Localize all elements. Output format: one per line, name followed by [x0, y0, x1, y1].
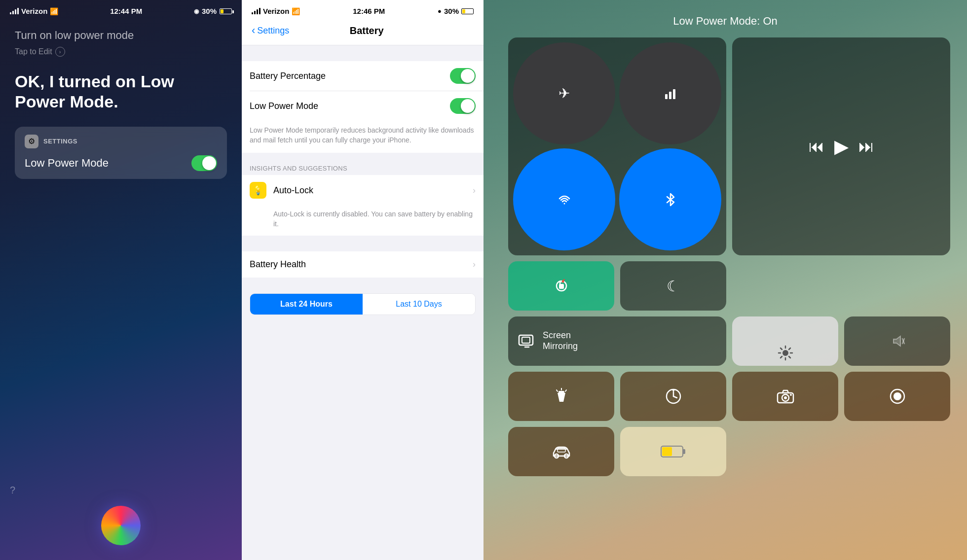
- control-center-panel: Low Power Mode: On ✈: [484, 0, 967, 560]
- svg-rect-0: [665, 94, 668, 99]
- moon-icon: ☾: [667, 278, 680, 295]
- siri-low-power-toggle[interactable]: [191, 155, 217, 171]
- camera-button[interactable]: [732, 372, 838, 421]
- battery-percentage-knob: [461, 69, 475, 83]
- siri-battery-percent: 30%: [202, 7, 217, 15]
- mute-button[interactable]: [844, 316, 950, 366]
- siri-panel: Verizon 📶 12:44 PM ◉ 30% Turn on low pow…: [0, 0, 242, 560]
- car-icon: [552, 444, 571, 459]
- fast-forward-button[interactable]: ⏭: [858, 138, 874, 156]
- connectivity-block: ✈: [508, 37, 726, 255]
- rotation-lock-icon: [554, 278, 569, 294]
- autolock-section: 💡 Auto-Lock › Auto-Lock is currently dis…: [242, 175, 484, 236]
- screen-mirroring-label: ScreenMirroring: [543, 330, 578, 351]
- autolock-row[interactable]: 💡 Auto-Lock ›: [242, 175, 484, 206]
- play-button[interactable]: ▶: [834, 136, 849, 157]
- autolock-icon: 💡: [250, 182, 266, 199]
- low-power-mode-row: Low Power Mode: [242, 91, 484, 121]
- flashlight-button[interactable]: [508, 372, 614, 421]
- screen-mirror-icon: [518, 332, 536, 350]
- svg-marker-19: [558, 393, 565, 402]
- svg-line-22: [557, 390, 558, 391]
- battery-percentage-label: Battery Percentage: [250, 71, 326, 81]
- rewind-button[interactable]: ⏮: [809, 138, 824, 156]
- svg-line-23: [565, 390, 566, 391]
- spacer2: [242, 153, 484, 161]
- siri-status-left: Verizon 📶: [10, 7, 58, 15]
- spacer4: [242, 278, 484, 285]
- spacer: [242, 45, 484, 53]
- svg-line-14: [789, 356, 790, 358]
- battery-widget-button[interactable]: [620, 427, 726, 476]
- airplane-mode-button[interactable]: ✈: [513, 42, 615, 144]
- siri-battery-icon: [220, 8, 232, 14]
- do-not-disturb-button[interactable]: ☾: [620, 261, 726, 311]
- svg-rect-20: [558, 391, 564, 394]
- siri-content: Turn on low power mode Tap to Edit › OK,…: [0, 19, 242, 485]
- tap-to-edit-chevron-icon: ›: [55, 47, 65, 57]
- siri-tap-to-edit[interactable]: Tap to Edit ›: [15, 47, 227, 57]
- siri-settings-header: ⚙ SETTINGS: [25, 135, 217, 148]
- car-play-button[interactable]: [508, 427, 614, 476]
- siri-response-text: OK, I turned on Low Power Mode.: [15, 71, 227, 112]
- siri-settings-card: ⚙ SETTINGS Low Power Mode: [15, 127, 227, 179]
- camera-icon: [777, 389, 794, 404]
- bluetooth-icon: [665, 193, 676, 207]
- low-power-mode-knob: [461, 99, 475, 113]
- battery-status-left: Verizon 📶: [252, 7, 300, 15]
- settings-gear-icon: ⚙: [25, 135, 38, 148]
- tab-last-24h[interactable]: Last 24 Hours: [250, 294, 363, 315]
- siri-low-power-toggle-row: Low Power Mode: [25, 155, 217, 171]
- record-icon: [889, 388, 906, 405]
- svg-line-16: [781, 356, 782, 358]
- rotation-lock-button[interactable]: [508, 261, 614, 311]
- cellular-button[interactable]: [619, 42, 721, 144]
- low-power-mode-toggle[interactable]: [450, 98, 476, 114]
- battery-toggles-section: Battery Percentage Low Power Mode: [242, 61, 484, 121]
- svg-point-30: [784, 396, 787, 399]
- battery-health-label: Battery Health: [250, 259, 306, 270]
- cc-grid: ✈: [508, 37, 942, 476]
- svg-rect-4: [559, 284, 564, 289]
- battery-cellular-icon: ●: [438, 7, 442, 15]
- signal-bars-icon: [10, 8, 19, 14]
- battery-header: ‹ Settings Battery: [242, 19, 484, 45]
- siri-bottom: ?: [0, 485, 242, 560]
- autolock-chevron-icon: ›: [473, 185, 476, 196]
- svg-point-8: [782, 350, 788, 356]
- battery-health-row[interactable]: Battery Health ›: [242, 251, 484, 278]
- page-title: Battery: [289, 25, 444, 36]
- wifi-button[interactable]: [513, 148, 615, 250]
- siri-status-right: ◉ 30%: [194, 7, 232, 15]
- brightness-button[interactable]: [732, 316, 838, 366]
- svg-line-15: [789, 348, 790, 350]
- tab-last-10d[interactable]: Last 10 Days: [363, 294, 475, 315]
- back-to-settings-button[interactable]: ‹ Settings: [252, 24, 289, 37]
- siri-status-bar: Verizon 📶 12:44 PM ◉ 30%: [0, 0, 242, 19]
- clock-button[interactable]: [620, 372, 726, 421]
- siri-orb: [101, 506, 141, 545]
- svg-rect-7: [522, 337, 530, 343]
- siri-carrier: Verizon: [21, 7, 47, 15]
- battery-percentage-toggle[interactable]: [450, 68, 476, 84]
- battery-status-bar: Verizon 📶 12:46 PM ● 30%: [242, 0, 484, 19]
- toggle-knob: [202, 156, 216, 170]
- brightness-icon: [778, 345, 793, 361]
- low-power-description: Low Power Mode temporarily reduces backg…: [242, 121, 484, 153]
- low-power-mode-label: Low Power Mode: [250, 101, 318, 111]
- svg-rect-39: [662, 447, 672, 456]
- wifi-icon: [558, 193, 571, 207]
- siri-help-icon[interactable]: ?: [10, 485, 15, 496]
- battery-time-tabs: Last 24 Hours Last 10 Days: [250, 293, 476, 315]
- cc-low-power-status: Low Power Mode: On: [673, 15, 778, 28]
- bluetooth-button[interactable]: [619, 148, 721, 250]
- battery-carrier: Verizon: [263, 7, 289, 15]
- media-controls-block: ⏮ ▶ ⏭: [732, 37, 950, 255]
- record-button[interactable]: [844, 372, 950, 421]
- svg-point-31: [790, 394, 792, 396]
- battery-health-chevron-icon: ›: [473, 259, 476, 270]
- battery-wifi-icon: 📶: [292, 7, 300, 15]
- svg-rect-2: [673, 89, 675, 99]
- screen-mirroring-button[interactable]: ScreenMirroring: [508, 316, 726, 366]
- clock-icon: [665, 388, 682, 405]
